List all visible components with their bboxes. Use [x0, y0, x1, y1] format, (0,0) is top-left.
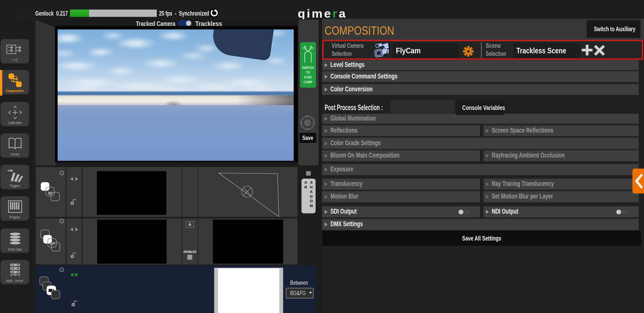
- svg-text:i: i: [61, 268, 62, 271]
- svg-text:i: i: [61, 172, 62, 175]
- svg-text:i: i: [61, 220, 62, 223]
